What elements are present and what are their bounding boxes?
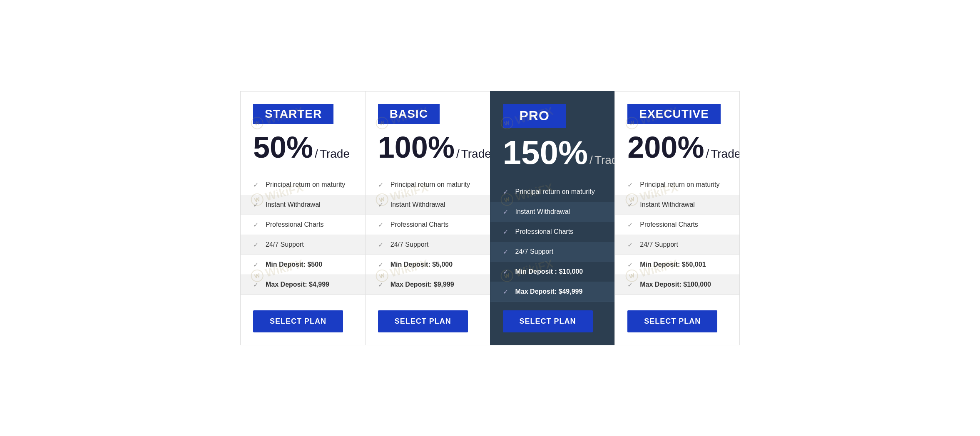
check-icon-pro-5: ✓ bbox=[503, 288, 510, 296]
plan-rate-executive: 200%/Trade bbox=[627, 132, 731, 162]
plan-footer-executive: SELECT PLAN bbox=[615, 302, 739, 345]
select-plan-button-pro[interactable]: SELECT PLAN bbox=[503, 310, 593, 332]
feature-row-basic-3: ✓24/7 Support bbox=[366, 235, 490, 255]
plan-footer-pro: SELECT PLAN bbox=[490, 302, 615, 345]
feature-text-executive-2: Professional Charts bbox=[640, 221, 698, 228]
plan-badge-starter: STARTER bbox=[253, 104, 333, 124]
feature-row-pro-4: ✓Min Deposit : $10,000 bbox=[490, 262, 615, 282]
plan-rate-pro: 150%/Trade bbox=[503, 136, 607, 169]
check-icon-starter-4: ✓ bbox=[253, 261, 261, 269]
rate-label-starter: Trade bbox=[320, 147, 350, 161]
check-icon-executive-5: ✓ bbox=[627, 281, 635, 289]
check-icon-executive-2: ✓ bbox=[627, 221, 635, 229]
plan-header-pro: PRO150%/Trade bbox=[490, 92, 615, 182]
feature-text-executive-1: Instant Withdrawal bbox=[640, 201, 695, 208]
feature-text-pro-0: Principal return on maturity bbox=[515, 188, 595, 196]
feature-text-pro-2: Professional Charts bbox=[515, 228, 574, 235]
check-icon-executive-3: ✓ bbox=[627, 241, 635, 249]
feature-text-pro-1: Instant Withdrawal bbox=[515, 208, 570, 216]
plan-card-executive: EXECUTIVE200%/Trade✓Principal return on … bbox=[614, 91, 740, 345]
feature-text-starter-3: 24/7 Support bbox=[266, 241, 304, 248]
feature-row-basic-0: ✓Principal return on maturity bbox=[366, 175, 490, 195]
check-icon-basic-3: ✓ bbox=[378, 241, 386, 249]
feature-row-executive-1: ✓Instant Withdrawal bbox=[615, 195, 739, 215]
feature-row-basic-5: ✓Max Deposit: $9,999 bbox=[366, 275, 490, 295]
check-icon-basic-0: ✓ bbox=[378, 181, 386, 189]
feature-text-executive-0: Principal return on maturity bbox=[640, 181, 719, 188]
feature-row-executive-0: ✓Principal return on maturity bbox=[615, 175, 739, 195]
check-icon-basic-1: ✓ bbox=[378, 201, 386, 209]
check-icon-pro-1: ✓ bbox=[503, 208, 510, 216]
feature-text-starter-5: Max Deposit: $4,999 bbox=[266, 281, 329, 288]
check-icon-starter-2: ✓ bbox=[253, 221, 261, 229]
select-plan-button-basic[interactable]: SELECT PLAN bbox=[378, 310, 468, 332]
rate-percent-executive: 200% bbox=[627, 132, 704, 162]
check-icon-starter-5: ✓ bbox=[253, 281, 261, 289]
check-icon-starter-1: ✓ bbox=[253, 201, 261, 209]
plan-header-executive: EXECUTIVE200%/Trade bbox=[615, 92, 739, 175]
check-icon-executive-4: ✓ bbox=[627, 261, 635, 269]
feature-text-executive-3: 24/7 Support bbox=[640, 241, 678, 248]
rate-slash-starter: / bbox=[315, 147, 318, 161]
check-icon-basic-2: ✓ bbox=[378, 221, 386, 229]
divider-footer-executive bbox=[615, 295, 739, 295]
plan-footer-basic: SELECT PLAN bbox=[366, 302, 490, 345]
plan-badge-executive: EXECUTIVE bbox=[627, 104, 721, 124]
check-icon-pro-3: ✓ bbox=[503, 248, 510, 256]
feature-text-pro-4: Min Deposit : $10,000 bbox=[515, 268, 583, 275]
plan-card-basic: BASIC100%/Trade✓Principal return on matu… bbox=[365, 91, 490, 345]
feature-text-pro-5: Max Deposit: $49,999 bbox=[515, 288, 583, 295]
check-icon-executive-1: ✓ bbox=[627, 201, 635, 209]
feature-text-starter-4: Min Deposit: $500 bbox=[266, 261, 322, 268]
feature-row-executive-2: ✓Professional Charts bbox=[615, 215, 739, 235]
check-icon-pro-2: ✓ bbox=[503, 228, 510, 236]
plan-header-starter: STARTER50%/Trade bbox=[241, 92, 365, 175]
feature-text-basic-0: Principal return on maturity bbox=[391, 181, 470, 188]
plan-card-starter: STARTER50%/Trade✓Principal return on mat… bbox=[240, 91, 365, 345]
rate-label-executive: Trade bbox=[711, 147, 740, 161]
select-plan-button-executive[interactable]: SELECT PLAN bbox=[627, 310, 717, 332]
feature-row-starter-4: ✓Min Deposit: $500 bbox=[241, 255, 365, 275]
divider-footer-starter bbox=[241, 295, 365, 295]
plan-header-basic: BASIC100%/Trade bbox=[366, 92, 490, 175]
feature-text-basic-4: Min Deposit: $5,000 bbox=[391, 261, 453, 268]
feature-text-starter-1: Instant Withdrawal bbox=[266, 201, 321, 208]
plan-rate-starter: 50%/Trade bbox=[253, 132, 357, 162]
feature-row-pro-1: ✓Instant Withdrawal bbox=[490, 202, 615, 222]
feature-row-starter-1: ✓Instant Withdrawal bbox=[241, 195, 365, 215]
divider-footer-basic bbox=[366, 295, 490, 295]
check-icon-basic-4: ✓ bbox=[378, 261, 386, 269]
feature-text-basic-3: 24/7 Support bbox=[391, 241, 429, 248]
feature-row-pro-2: ✓Professional Charts bbox=[490, 222, 615, 242]
rate-slash-basic: / bbox=[456, 147, 460, 161]
rate-percent-pro: 150% bbox=[503, 136, 588, 169]
select-plan-button-starter[interactable]: SELECT PLAN bbox=[253, 310, 343, 332]
rate-label-pro: Trade bbox=[594, 154, 614, 167]
plan-badge-pro: PRO bbox=[503, 104, 566, 128]
feature-text-starter-2: Professional Charts bbox=[266, 221, 324, 228]
feature-text-executive-5: Max Deposit: $100,000 bbox=[640, 281, 711, 288]
feature-text-executive-4: Min Deposit: $50,001 bbox=[640, 261, 706, 268]
rate-slash-executive: / bbox=[706, 147, 709, 161]
feature-row-basic-1: ✓Instant Withdrawal bbox=[366, 195, 490, 215]
plan-card-pro: PRO150%/Trade✓Principal return on maturi… bbox=[490, 91, 615, 345]
check-icon-executive-0: ✓ bbox=[627, 181, 635, 189]
feature-row-executive-3: ✓24/7 Support bbox=[615, 235, 739, 255]
feature-text-basic-1: Instant Withdrawal bbox=[391, 201, 445, 208]
feature-text-basic-5: Max Deposit: $9,999 bbox=[391, 281, 454, 288]
feature-text-pro-3: 24/7 Support bbox=[515, 248, 554, 255]
feature-row-starter-5: ✓Max Deposit: $4,999 bbox=[241, 275, 365, 295]
rate-percent-basic: 100% bbox=[378, 132, 455, 162]
feature-row-executive-4: ✓Min Deposit: $50,001 bbox=[615, 255, 739, 275]
plan-rate-basic: 100%/Trade bbox=[378, 132, 482, 162]
pricing-table: WWikiFX WWikiFX WWikiFX WWikiFX WWikiFX … bbox=[240, 91, 740, 345]
rate-slash-pro: / bbox=[589, 154, 593, 167]
feature-row-starter-2: ✓Professional Charts bbox=[241, 215, 365, 235]
feature-row-executive-5: ✓Max Deposit: $100,000 bbox=[615, 275, 739, 295]
feature-text-starter-0: Principal return on maturity bbox=[266, 181, 345, 188]
check-icon-starter-0: ✓ bbox=[253, 181, 261, 189]
plan-badge-basic: BASIC bbox=[378, 104, 440, 124]
feature-row-pro-5: ✓Max Deposit: $49,999 bbox=[490, 282, 615, 302]
check-icon-pro-4: ✓ bbox=[503, 268, 510, 276]
feature-row-basic-2: ✓Professional Charts bbox=[366, 215, 490, 235]
